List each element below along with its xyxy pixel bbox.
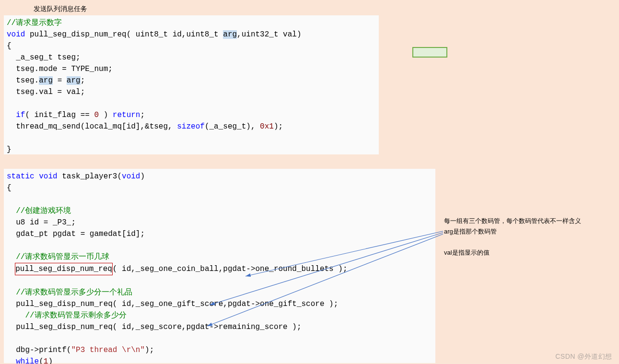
title-text: 发送队列消息任务 [34, 5, 87, 13]
green-cursor [446, 49, 447, 58]
code-block-2: static void task_player3(void) { //创建游戏环… [4, 169, 435, 363]
highlighted-call: pull_seg_disp_num_req [15, 263, 113, 275]
watermark: CSDN @外道幻想 [555, 352, 612, 361]
code-block-1: //请求显示数字 void pull_seg_disp_num_req( uin… [4, 15, 379, 154]
code-pre-2: static void task_player3(void) { //创建游戏环… [7, 171, 432, 364]
annotation-notes: 每一组有三个数码管，每个数码管代表不一样含义 arg是指那个数码管 val是指显… [444, 216, 581, 258]
green-textbox [412, 47, 447, 58]
code-pre-1: //请求显示数字 void pull_seg_disp_num_req( uin… [7, 17, 376, 155]
